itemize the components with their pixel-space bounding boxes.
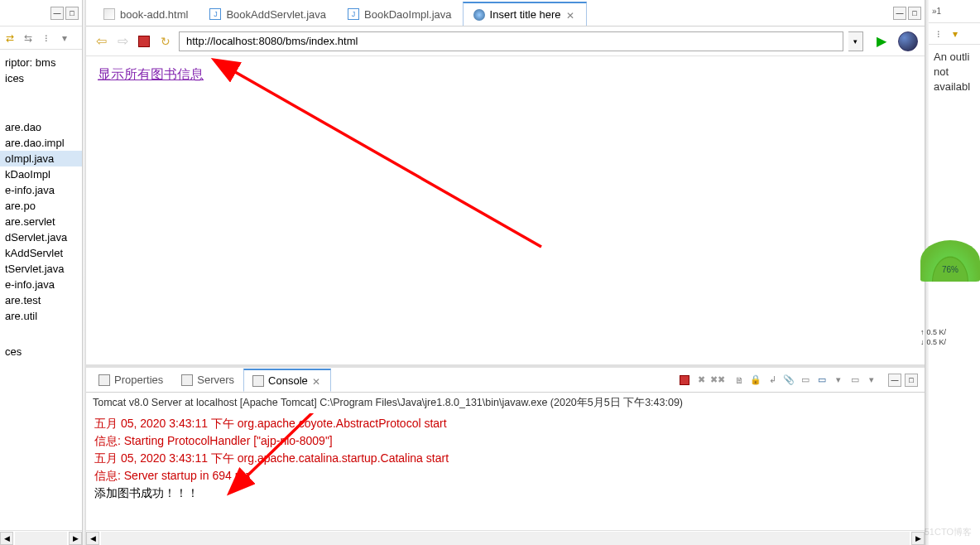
console-wrap-icon[interactable]: ↲ xyxy=(766,374,779,387)
console-scroll-lock-icon[interactable]: 🔒 xyxy=(749,374,762,387)
tab-label: Insert title here xyxy=(490,8,561,21)
right-tab-bar: » 1 xyxy=(929,0,980,23)
console-remove-launch-icon[interactable]: ✖ xyxy=(694,374,708,387)
console-tab-servers[interactable]: Servers xyxy=(172,369,243,391)
console-stop-button[interactable] xyxy=(678,374,691,387)
collapse-all-icon[interactable]: ⇄ xyxy=(3,31,17,45)
left-panel-header: ― □ xyxy=(0,0,82,27)
outline-text: availabl xyxy=(934,80,975,94)
browser-globe-icon xyxy=(898,31,918,51)
system-monitor-widget[interactable]: 76% 0.5 K/ 0.5 K/ xyxy=(920,240,980,330)
nav-stop-button[interactable] xyxy=(136,33,152,50)
tree-item[interactable]: kAddServlet xyxy=(0,245,82,261)
svg-line-0 xyxy=(231,70,541,247)
java-file-icon: J xyxy=(348,8,359,20)
tab-label: Console xyxy=(268,374,308,387)
editor-tab[interactable]: JBookDaoImpl.java xyxy=(337,2,463,26)
right-tab-count[interactable]: 1 xyxy=(937,7,942,16)
console-line: 信息: Starting ProtocolHandler ["ajp-nio-8… xyxy=(94,432,916,450)
download-speed: 0.5 K/ xyxy=(927,338,947,348)
console-new-icon[interactable]: ▭ xyxy=(848,374,862,387)
scroll-right-icon[interactable]: ▶ xyxy=(911,532,925,545)
console-line: 信息: Server startup in 694 ms xyxy=(94,467,916,485)
console-toolbar: ✖ ✖✖ 🗎 🔒 ↲ 📎 ▭ ▭ ▾ ▭ ▾ ― □ xyxy=(331,374,921,387)
tree-item[interactable]: riptor: bms xyxy=(0,55,82,70)
console-pin-icon[interactable]: 📎 xyxy=(782,374,795,387)
nav-back-button[interactable]: ⇦ xyxy=(93,33,109,50)
editor-minimize-icon[interactable]: ― xyxy=(893,7,906,20)
close-tab-icon[interactable]: ✕ xyxy=(312,376,322,386)
console-tab-properties[interactable]: Properties xyxy=(89,369,172,391)
editor-tab[interactable]: JBookAddServlet.java xyxy=(199,2,337,26)
tab-label: BookAddServlet.java xyxy=(226,8,326,21)
filter-icon[interactable]: ⫶ xyxy=(40,31,53,45)
tab-icon xyxy=(181,374,193,386)
scroll-left-icon[interactable]: ◀ xyxy=(0,532,13,545)
java-file-icon: J xyxy=(209,8,221,20)
url-input[interactable] xyxy=(179,31,843,51)
console-minimize-icon[interactable]: ― xyxy=(888,374,901,387)
tree-item[interactable]: are.dao xyxy=(0,119,82,135)
tab-label: BookDaoImpl.java xyxy=(364,8,452,21)
console-tab-console[interactable]: Console✕ xyxy=(243,369,331,392)
scroll-right-icon[interactable]: ▶ xyxy=(69,532,82,545)
console-panel: PropertiesServersConsole✕ ✖ ✖✖ 🗎 🔒 ↲ 📎 ▭… xyxy=(86,364,925,545)
tree-item[interactable]: kDaoImpl xyxy=(0,166,82,182)
tree-item[interactable]: are.util xyxy=(0,308,82,324)
editor-tab[interactable]: book-add.html xyxy=(93,2,199,26)
tab-label: Servers xyxy=(197,374,234,386)
nav-go-button[interactable]: ▶ xyxy=(873,33,890,50)
globe-file-icon xyxy=(473,9,485,21)
editor-tab[interactable]: Insert title here✕ xyxy=(463,2,587,26)
network-stats: 0.5 K/ 0.5 K/ xyxy=(920,328,980,347)
scroll-left-icon[interactable]: ◀ xyxy=(86,532,99,545)
outline-text: not xyxy=(934,65,975,80)
tree-item[interactable]: e-info.java xyxy=(0,277,82,292)
tree-item[interactable]: ices xyxy=(0,70,82,86)
console-dd1-icon[interactable]: ▾ xyxy=(832,374,845,387)
console-line: 五月 05, 2020 3:43:11 下午 org.apache.coyote… xyxy=(94,415,916,432)
close-tab-icon[interactable]: ✕ xyxy=(566,10,576,20)
tree-item[interactable]: dServlet.java xyxy=(0,229,82,245)
tree-item[interactable]: tServlet.java xyxy=(0,261,82,277)
console-hscroll[interactable]: ◀ ▶ xyxy=(86,530,925,545)
maximize-icon[interactable]: □ xyxy=(65,7,79,20)
cpu-percent: 76% xyxy=(920,265,980,274)
console-display-icon[interactable]: ▭ xyxy=(815,374,829,387)
left-hscroll[interactable]: ◀ ▶ xyxy=(0,530,82,545)
minimize-icon[interactable]: ― xyxy=(50,7,64,20)
tree-item[interactable]: are.test xyxy=(0,292,82,308)
link-editor-icon[interactable]: ⇆ xyxy=(22,31,35,45)
watermark: 51CTO博客 xyxy=(925,526,972,538)
url-dropdown-icon[interactable]: ▾ xyxy=(848,31,863,51)
console-open-icon[interactable]: ▭ xyxy=(799,374,812,387)
outline-text: An outli xyxy=(934,50,975,65)
browser-viewport[interactable]: 显示所有图书信息 xyxy=(86,56,925,364)
console-clear-icon[interactable]: 🗎 xyxy=(733,374,746,387)
nav-forward-button[interactable]: ⇨ xyxy=(114,33,131,50)
nav-refresh-button[interactable]: ↻ xyxy=(157,33,174,50)
editor-tab-bar: book-add.htmlJBookAddServlet.javaJBookDa… xyxy=(86,0,925,27)
console-line: 五月 05, 2020 3:43:11 下午 org.apache.catali… xyxy=(94,450,916,467)
show-all-books-link[interactable]: 显示所有图书信息 xyxy=(98,67,204,81)
console-maximize-icon[interactable]: □ xyxy=(905,374,918,387)
tree-item[interactable]: are.servlet xyxy=(0,214,82,229)
console-process-label: Tomcat v8.0 Server at localhost [Apache … xyxy=(86,393,925,413)
menu-icon[interactable]: ▾ xyxy=(58,31,71,45)
project-tree[interactable]: riptor: bmsices are.daoare.dao.imploImpl… xyxy=(0,50,82,530)
outline-menu-icon[interactable]: ▾ xyxy=(949,27,962,41)
tree-item[interactable]: oImpl.java xyxy=(0,151,82,166)
umbrella-icon: 76% xyxy=(920,240,980,300)
editor-maximize-icon[interactable]: □ xyxy=(908,7,921,20)
project-explorer-panel: ― □ ⇄ ⇆ ⫶ ▾ riptor: bmsices are.daoare.d… xyxy=(0,0,83,545)
tree-item[interactable]: are.dao.impl xyxy=(0,135,82,151)
console-line: 添加图书成功！！！ xyxy=(94,485,916,502)
console-output[interactable]: 五月 05, 2020 3:43:11 下午 org.apache.coyote… xyxy=(86,413,925,530)
tree-item[interactable]: are.po xyxy=(0,198,82,214)
tree-item[interactable]: e-info.java xyxy=(0,182,82,198)
left-toolbar: ⇄ ⇆ ⫶ ▾ xyxy=(0,27,82,50)
console-dd2-icon[interactable]: ▾ xyxy=(865,374,878,387)
outline-sort-icon[interactable]: ⫶ xyxy=(932,27,945,41)
tree-item[interactable]: ces xyxy=(0,344,82,359)
console-remove-all-icon[interactable]: ✖✖ xyxy=(711,374,724,387)
